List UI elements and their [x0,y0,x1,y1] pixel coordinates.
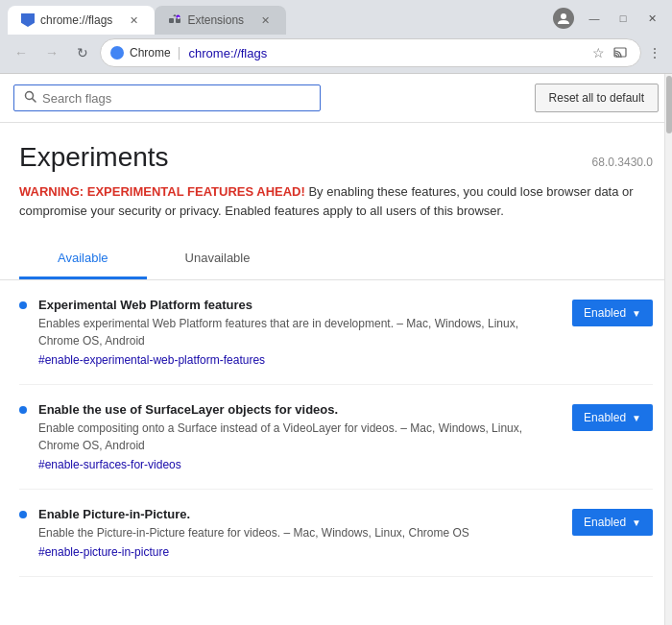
bookmark-star-icon[interactable]: ☆ [588,43,608,62]
feature-toggle-1[interactable]: Enabled ▼ [572,300,653,326]
page-title: Experiments [19,142,169,173]
tabs-row: Available Unavailable [0,239,672,280]
omnibox[interactable]: Chrome │ chrome://flags ☆ [100,38,641,67]
feature-desc-2: Enable compositing onto a Surface instea… [38,420,561,454]
svg-line-8 [33,99,36,103]
dropdown-arrow-1: ▼ [632,308,641,319]
url-text: chrome://flags [189,46,268,60]
ext-tab-icon: ★ [168,13,181,27]
back-button[interactable]: ← [8,39,35,66]
feature-desc-1: Enables experimental Web Platform featur… [38,315,561,349]
feature-dot-1 [19,301,27,309]
feature-content-1: Experimental Web Platform features Enabl… [38,298,561,367]
refresh-button[interactable]: ↻ [69,39,96,66]
svg-rect-0 [169,18,174,23]
address-bar: ← → ↻ Chrome │ chrome://flags ☆ [0,35,672,73]
feature-content-3: Enable Picture-in-Picture. Enable the Pi… [38,507,561,559]
dropdown-arrow-2: ▼ [632,413,641,423]
svg-point-5 [113,49,121,57]
feature-name-3: Enable Picture-in-Picture. [38,507,561,521]
feature-item-1: Experimental Web Platform features Enabl… [19,280,653,385]
warning-prefix: WARNING: EXPERIMENTAL FEATURES AHEAD! [19,184,305,199]
tab-flags[interactable]: chrome://flags ✕ [8,6,155,35]
feature-list: Experimental Web Platform features Enabl… [0,280,672,577]
feature-item-3: Enable Picture-in-Picture. Enable the Pi… [19,490,653,577]
feature-name-2: Enable the use of SurfaceLayer objects f… [38,402,561,417]
feature-control-3: Enabled ▼ [572,509,653,536]
tab-extensions[interactable]: ★ Extensions ✕ [155,6,286,35]
browser-frame: chrome://flags ✕ ★ Extensions ✕ — [0,0,672,625]
feature-dot-2 [19,406,27,414]
feature-name-1: Experimental Web Platform features [38,298,561,312]
extensions-tab-close[interactable]: ✕ [257,12,273,28]
maximize-button[interactable]: □ [611,6,636,31]
extensions-tab-label: Extensions [187,13,244,27]
feature-toggle-2[interactable]: Enabled ▼ [572,404,653,431]
person-icon [557,12,570,25]
svg-point-4 [561,13,566,19]
cast-icon[interactable] [612,43,631,62]
tab-unavailable[interactable]: Unavailable [147,239,289,279]
dropdown-arrow-3: ▼ [632,517,641,528]
version-text: 68.0.3430.0 [592,156,653,169]
site-label: Chrome [130,46,171,60]
profile-icon[interactable] [553,8,574,29]
page-content: Reset all to default Experiments 68.0.34… [0,73,672,625]
close-button[interactable]: ✕ [639,6,664,31]
feature-control-2: Enabled ▼ [572,404,653,431]
scrollbar[interactable] [664,74,672,625]
experiments-header: Experiments 68.0.3430.0 [19,142,653,173]
flags-tab-close[interactable]: ✕ [126,12,141,28]
search-bar: Reset all to default [0,74,672,123]
feature-link-2[interactable]: #enable-surfaces-for-videos [38,458,561,471]
feature-status-1: Enabled [584,306,626,320]
feature-status-2: Enabled [584,411,626,424]
site-security-icon [110,46,124,60]
tab-available[interactable]: Available [19,239,147,279]
feature-toggle-3[interactable]: Enabled ▼ [572,509,653,536]
feature-dot-3 [19,511,27,518]
svg-text:★: ★ [177,15,180,20]
forward-button[interactable]: → [38,39,65,66]
search-input[interactable] [42,91,292,106]
feature-desc-3: Enable the Picture-in-Picture feature fo… [38,524,561,541]
warning-text: WARNING: EXPERIMENTAL FEATURES AHEAD! By… [19,182,653,220]
title-bar: chrome://flags ✕ ★ Extensions ✕ — [0,0,672,35]
feature-status-3: Enabled [584,516,626,529]
browser-menu-icon[interactable]: ⋮ [645,43,664,62]
flags-tab-label: chrome://flags [40,13,112,27]
flags-tab-icon [21,13,35,27]
scrollbar-thumb [666,76,672,133]
feature-content-2: Enable the use of SurfaceLayer objects f… [38,402,561,471]
feature-link-3[interactable]: #enable-picture-in-picture [38,545,561,559]
search-icon [24,90,36,106]
feature-item-2: Enable the use of SurfaceLayer objects f… [19,385,653,490]
reset-all-button[interactable]: Reset all to default [535,84,659,112]
url-separator: │ [177,47,183,59]
feature-link-1[interactable]: #enable-experimental-web-platform-featur… [38,353,561,367]
minimize-button[interactable]: — [582,6,607,31]
feature-control-1: Enabled ▼ [572,300,653,326]
lock-icon [113,49,122,58]
experiments-area: Experiments 68.0.3430.0 WARNING: EXPERIM… [0,123,672,239]
omnibox-actions: ☆ [588,43,631,62]
search-input-wrapper[interactable] [13,84,321,111]
